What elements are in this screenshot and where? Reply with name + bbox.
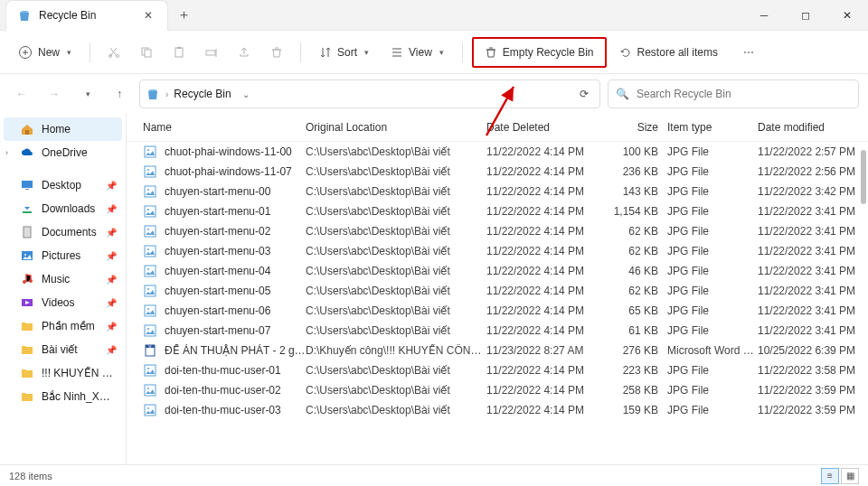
svg-rect-43: [145, 385, 156, 396]
scrollbar[interactable]: [861, 150, 866, 204]
sidebar-item-desktop[interactable]: Desktop📌: [0, 173, 126, 197]
documents-icon: [20, 225, 34, 239]
sidebar-item-bacninh[interactable]: Bắc Ninh_XDMH: [0, 385, 126, 408]
sidebar-item-videos[interactable]: Videos📌: [0, 291, 126, 314]
more-button[interactable]: ⋯: [736, 41, 761, 64]
table-row[interactable]: chuyen-start-menu-01C:\Users\abc\Desktop…: [127, 201, 868, 221]
file-name: chuyen-start-menu-02: [165, 225, 306, 238]
file-deleted: 11/23/2022 8:27 AM: [486, 344, 613, 357]
back-button[interactable]: ←: [9, 81, 34, 107]
recycle-bin-icon: [146, 87, 160, 101]
sidebar-item-pictures[interactable]: Pictures📌: [0, 244, 126, 267]
copy-button[interactable]: [132, 40, 161, 65]
col-size[interactable]: Size: [613, 121, 667, 134]
table-row[interactable]: chuyen-start-menu-07C:\Users\abc\Desktop…: [127, 321, 868, 341]
window-tab[interactable]: Recycle Bin ✕: [5, 0, 168, 31]
svg-point-19: [147, 149, 149, 151]
file-size: 100 KB: [613, 145, 667, 158]
sidebar-item-documents[interactable]: Documents📌: [0, 220, 126, 244]
sidebar-item-onedrive[interactable]: › OneDrive: [0, 141, 126, 164]
tab-close-button[interactable]: ✕: [140, 9, 156, 22]
pin-icon[interactable]: 📌: [106, 181, 117, 191]
sidebar-item-baiviet[interactable]: Bài viết📌: [0, 338, 126, 361]
table-row[interactable]: doi-ten-thu-muc-user-01C:\Users\abc\Desk…: [127, 360, 868, 380]
col-type[interactable]: Item type: [667, 121, 758, 134]
sidebar-item-music[interactable]: Music📌: [0, 267, 126, 291]
restore-icon: [619, 46, 632, 59]
sidebar-item-phanmem[interactable]: Phần mềm📌: [0, 314, 126, 338]
col-modified[interactable]: Date modified: [758, 121, 866, 134]
paste-button[interactable]: [165, 40, 193, 65]
restore-all-button[interactable]: Restore all items: [610, 41, 727, 64]
col-name[interactable]: Name: [143, 121, 306, 134]
refresh-button[interactable]: ⟳: [574, 88, 594, 100]
chevron-right-icon[interactable]: ›: [5, 148, 8, 157]
file-modified: 11/22/2022 3:59 PM: [758, 404, 866, 416]
address-dropdown[interactable]: ⌄: [237, 89, 255, 99]
view-button[interactable]: View ▾: [382, 41, 453, 64]
pin-icon[interactable]: 📌: [106, 251, 117, 261]
delete-button[interactable]: [262, 40, 291, 65]
sidebar-item-home[interactable]: Home: [4, 117, 122, 141]
cut-button[interactable]: [99, 40, 128, 65]
file-modified: 11/22/2022 2:57 PM: [758, 145, 866, 158]
new-button[interactable]: New ▾: [9, 40, 80, 65]
sidebar-item-khuyencon[interactable]: !!! KHUYẾN CÔN: [0, 361, 126, 385]
table-row[interactable]: chuyen-start-menu-04C:\Users\abc\Desktop…: [127, 261, 868, 281]
col-deleted[interactable]: Date Deleted: [486, 121, 613, 134]
breadcrumb-segment[interactable]: Recycle Bin: [174, 88, 231, 100]
address-bar[interactable]: › Recycle Bin ⌄ ⟳: [139, 79, 600, 108]
table-row[interactable]: chuyen-start-menu-00C:\Users\abc\Desktop…: [127, 182, 868, 201]
file-name: doi-ten-thu-muc-user-03: [165, 404, 306, 416]
image-file-icon: [143, 304, 157, 318]
table-row[interactable]: chuyen-start-menu-03C:\Users\abc\Desktop…: [127, 241, 868, 261]
table-row[interactable]: doi-ten-thu-muc-user-02C:\Users\abc\Desk…: [127, 380, 868, 400]
pin-icon[interactable]: 📌: [106, 345, 117, 355]
forward-button[interactable]: →: [42, 81, 67, 107]
table-row[interactable]: chuyen-start-menu-06C:\Users\abc\Desktop…: [127, 301, 868, 321]
sidebar-item-downloads[interactable]: Downloads📌: [0, 197, 126, 220]
search-input[interactable]: [637, 88, 851, 100]
thumbnails-view-button[interactable]: ▦: [841, 468, 859, 484]
up-button[interactable]: ↑: [107, 81, 132, 107]
col-location[interactable]: Original Location: [306, 121, 486, 134]
svg-rect-22: [145, 186, 156, 197]
share-button[interactable]: [230, 40, 259, 65]
recent-button[interactable]: ▾: [74, 81, 99, 107]
chevron-right-icon[interactable]: ›: [165, 89, 168, 99]
details-view-button[interactable]: ≡: [821, 468, 839, 484]
file-location: D:\Khuyến công\!!! KHUYẾN CÔNG 2023...: [306, 344, 486, 357]
pin-icon[interactable]: 📌: [106, 204, 117, 214]
file-deleted: 11/22/2022 4:14 PM: [486, 225, 613, 238]
file-modified: 11/22/2022 3:41 PM: [758, 324, 866, 337]
search-bar[interactable]: 🔍: [608, 79, 859, 108]
svg-point-16: [29, 279, 33, 283]
table-row[interactable]: doi-ten-thu-muc-user-03C:\Users\abc\Desk…: [127, 400, 868, 420]
file-deleted: 11/22/2022 4:14 PM: [486, 384, 613, 397]
sort-button[interactable]: Sort ▾: [310, 41, 378, 64]
empty-recycle-bin-button[interactable]: Empty Recycle Bin: [476, 41, 603, 64]
file-name: chuyen-start-menu-07: [165, 324, 306, 337]
table-row[interactable]: chuot-phai-windows-11-07C:\Users\abc\Des…: [127, 162, 868, 182]
svg-text:W: W: [149, 345, 152, 349]
rename-button[interactable]: [197, 40, 226, 65]
minimize-button[interactable]: ─: [743, 0, 785, 31]
close-button[interactable]: ✕: [826, 0, 868, 31]
file-type: JPG File: [667, 205, 758, 218]
pin-icon[interactable]: 📌: [106, 275, 117, 285]
svg-rect-28: [145, 246, 156, 257]
table-row[interactable]: WĐỀ ÁN THUẬN PHÁT - 2 giai đoạnD:\Khuyến…: [127, 341, 868, 360]
table-row[interactable]: chuyen-start-menu-02C:\Users\abc\Desktop…: [127, 221, 868, 241]
file-modified: 11/22/2022 3:41 PM: [758, 245, 866, 257]
pin-icon[interactable]: 📌: [106, 322, 117, 332]
new-tab-button[interactable]: ＋: [168, 6, 200, 23]
maximize-button[interactable]: ◻: [785, 0, 826, 31]
pin-icon[interactable]: 📌: [106, 228, 117, 238]
svg-rect-18: [145, 146, 156, 157]
pin-icon[interactable]: 📌: [106, 298, 117, 308]
file-type: JPG File: [667, 384, 758, 397]
table-row[interactable]: chuot-phai-windows-11-00C:\Users\abc\Des…: [127, 142, 868, 162]
image-file-icon: [143, 224, 157, 238]
file-type: JPG File: [667, 404, 758, 416]
table-row[interactable]: chuyen-start-menu-05C:\Users\abc\Desktop…: [127, 281, 868, 301]
